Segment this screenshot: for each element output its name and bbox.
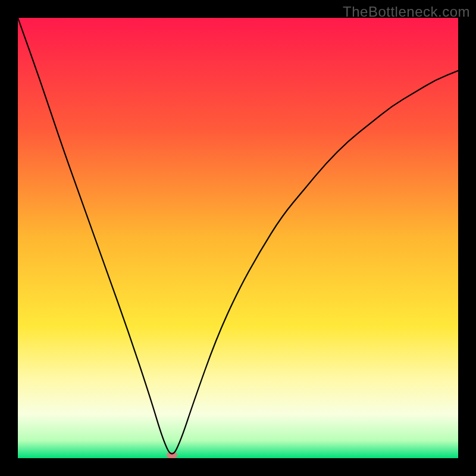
chart-background [18, 18, 458, 458]
chart-svg [18, 18, 458, 458]
plot-area [18, 18, 458, 458]
chart-frame: TheBottleneck.com [0, 0, 476, 476]
